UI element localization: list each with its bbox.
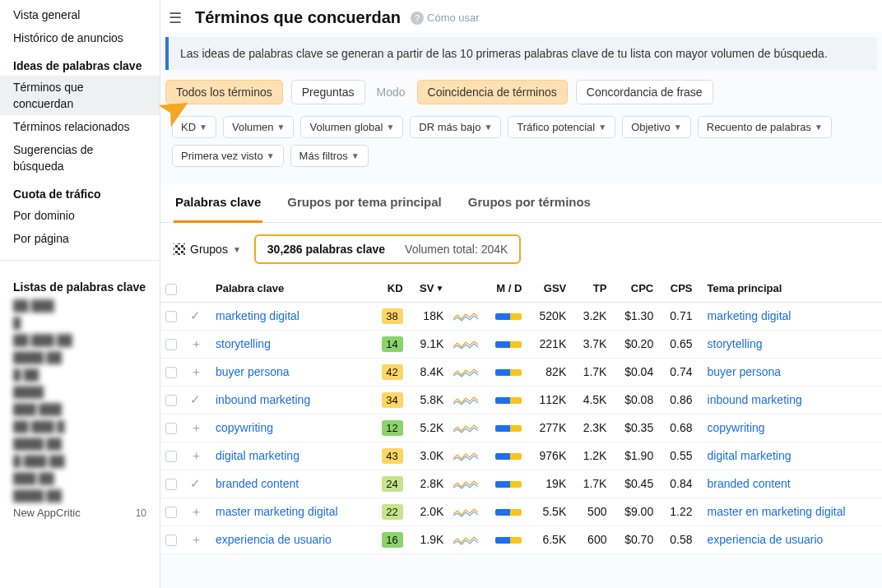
keyword-link[interactable]: buyer persona [211,358,370,386]
keyword-list-item[interactable]: ███ ██ [0,470,160,487]
caret-down-icon: ▼ [484,123,492,132]
plus-icon[interactable]: ＋ [187,504,206,518]
caret-down-icon: ▼ [267,151,275,160]
md-bar [495,425,522,432]
plus-icon[interactable]: ＋ [187,532,206,546]
cell-cpc: $1.90 [611,442,658,470]
keyword-list-item[interactable]: New AppCritic10 [0,504,160,521]
cell-gsv: 6.5K [527,525,571,553]
check-icon[interactable]: ✓ [187,392,204,406]
keyword-link[interactable]: digital marketing [211,442,370,470]
keyword-list-item[interactable]: ██ ███ ██ [0,331,160,349]
table-row: ＋ buyer persona 42 8.4K 82K 1.7K $0.04 0… [160,358,882,386]
filter-m-s-filtros[interactable]: Más filtros▼ [290,145,369,167]
keyword-link[interactable]: copywriting [211,414,370,442]
row-checkbox[interactable] [165,451,177,462]
check-icon[interactable]: ✓ [187,308,204,322]
keyword-list-item[interactable]: █ ███ ██ [0,452,160,470]
tab-keywords[interactable]: Palabras clave [174,183,262,223]
topic-link[interactable]: buyer persona [698,358,882,386]
filter-kd[interactable]: KD▼ [172,116,216,138]
filter-tr-fico-potencial[interactable]: Tráfico potencial▼ [508,116,615,138]
md-bar [495,313,522,320]
plus-icon[interactable]: ＋ [187,448,206,462]
topic-link[interactable]: branded content [698,470,882,498]
pill-phrase-match[interactable]: Concordancia de frase [576,80,713,104]
md-bar [495,397,522,404]
cell-cpc: $1.30 [611,302,658,330]
plus-icon[interactable]: ＋ [187,336,206,350]
filter-volumen[interactable]: Volumen▼ [223,116,295,138]
row-checkbox[interactable] [165,423,177,434]
keyword-link[interactable]: branded content [211,470,370,498]
check-icon[interactable]: ✓ [187,476,204,490]
topic-link[interactable]: inbound marketing [698,386,882,414]
groups-dropdown[interactable]: Grupos ▼ [174,243,241,256]
tab-groups-parent[interactable]: Grupos por tema principal [285,183,443,222]
sidebar-item-related-terms[interactable]: Términos relacionados [0,115,160,138]
sidebar-item-search-suggestions[interactable]: Sugerencias de búsqueda [0,138,160,178]
th-keyword[interactable]: Palabra clave [211,275,370,302]
filter-dr-m-s-bajo[interactable]: DR más bajo▼ [410,116,501,138]
filter-objetivo[interactable]: Objetivo▼ [622,116,691,138]
sidebar-item-by-page[interactable]: Por página [0,227,160,250]
row-checkbox[interactable] [165,395,177,406]
sidebar-item-by-domain[interactable]: Por dominio [0,204,160,227]
keyword-list-item[interactable]: █ ██ [0,366,160,383]
plus-icon[interactable]: ＋ [187,364,206,378]
keyword-list-item[interactable]: █ [0,314,160,331]
row-checkbox[interactable] [165,367,177,378]
keyword-list-item[interactable]: ████ ██ [0,487,160,504]
keyword-list-item[interactable]: ██ ███ █ [0,418,160,435]
filter-volumen-global[interactable]: Volumen global▼ [300,116,403,138]
th-cpc[interactable]: CPC [611,275,658,302]
keyword-link[interactable]: experiencia de usuario [211,525,370,553]
topic-link[interactable]: master en marketing digital [698,498,882,525]
keyword-list-item[interactable]: ████ ██ [0,349,160,366]
row-checkbox[interactable] [165,339,177,350]
row-checkbox[interactable] [165,535,177,546]
keyword-list-item[interactable]: ███ ███ [0,400,160,418]
topic-link[interactable]: digital marketing [698,442,882,470]
keyword-link[interactable]: marketing digital [211,302,370,330]
keyword-list-item[interactable]: ████ [0,383,160,400]
sidebar-item-overview[interactable]: Vista general [0,3,160,26]
filter-recuento-de-palabras[interactable]: Recuento de palabras▼ [698,116,832,138]
sparkline-icon [453,394,478,407]
info-banner: Las ideas de palabras clave se generan a… [165,37,877,70]
table-row: ✓ marketing digital 38 18K 520K 3.2K $1.… [160,302,882,330]
keyword-link[interactable]: storytelling [211,330,370,358]
th-tp[interactable]: TP [571,275,611,302]
keyword-link[interactable]: inbound marketing [211,386,370,414]
row-checkbox[interactable] [165,311,177,322]
menu-icon[interactable]: ☰ [165,9,185,27]
th-gsv[interactable]: GSV [527,275,571,302]
th-kd[interactable]: KD [370,275,408,302]
how-to-use-link[interactable]: ? Cómo usar [411,12,480,25]
pill-all-terms[interactable]: Todos los términos [165,80,283,104]
keyword-list-item[interactable]: ██ ███ [0,297,160,314]
kd-badge: 24 [382,476,403,492]
topic-link[interactable]: storytelling [698,330,882,358]
topic-link[interactable]: experiencia de usuario [698,525,882,553]
pill-term-match[interactable]: Coincidencia de términos [417,80,568,104]
th-cps[interactable]: CPS [658,275,697,302]
md-bar [495,509,522,516]
select-all-checkbox[interactable] [165,284,177,295]
filter-row: KD▼Volumen▼Volumen global▼DR más bajo▼Tr… [160,116,882,174]
plus-icon[interactable]: ＋ [187,420,206,434]
keyword-link[interactable]: master marketing digital [211,498,370,525]
topic-link[interactable]: marketing digital [698,302,882,330]
tab-groups-terms[interactable]: Grupos por términos [467,183,592,222]
filter-primera-vez-visto[interactable]: Primera vez visto▼ [172,145,284,167]
sidebar-item-ad-history[interactable]: Histórico de anuncios [0,26,160,49]
row-checkbox[interactable] [165,479,177,490]
topic-link[interactable]: copywriting [698,414,882,442]
th-topic[interactable]: Tema principal [698,275,882,302]
keyword-list-item[interactable]: ████ ██ [0,435,160,452]
sidebar-item-matching-terms[interactable]: Términos que concuerdan [0,76,160,115]
row-checkbox[interactable] [165,507,177,518]
pill-questions[interactable]: Preguntas [291,80,365,104]
th-sv[interactable]: SV▼ [408,275,449,302]
th-md[interactable]: M / D [483,275,527,302]
